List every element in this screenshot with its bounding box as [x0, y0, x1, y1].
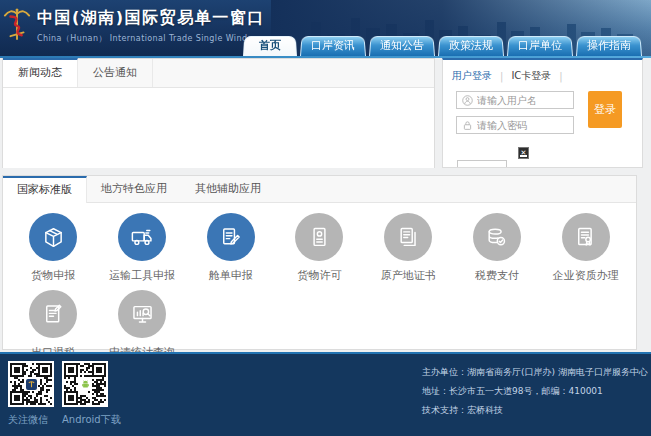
main-nav: 首页 口岸资讯 通知公告 政策法规 口岸单位 操作指南 [243, 35, 642, 56]
username-field-wrap [456, 91, 574, 109]
license-icon [306, 224, 333, 251]
app-circle [473, 213, 521, 261]
login-button[interactable]: 登录 [588, 91, 622, 128]
footer-tech-support-line: 技术支持：宏桥科技 [422, 401, 648, 420]
nav-tab-policies[interactable]: 政策法规 [438, 35, 504, 56]
nav-tab-label: 政策法规 [449, 39, 493, 52]
login-tab-divider: | [559, 71, 562, 82]
app-circle [118, 290, 166, 338]
nav-tab-guide[interactable]: 操作指南 [576, 35, 642, 56]
footer-info: 主办单位：湖南省商务厅(口岸办) 湖南电子口岸服务中心 地址：长沙市五一大道98… [422, 363, 648, 420]
android-qr-code [62, 361, 108, 407]
app-circle [384, 213, 432, 261]
tab-announcements[interactable]: 公告通知 [78, 59, 153, 87]
export-rebate-icon [40, 301, 67, 328]
app-cargo-declaration[interactable]: 货物申报 [9, 210, 98, 287]
app-enterprise-qualification[interactable]: 企业资质办理 [541, 210, 630, 287]
app-origin-certificate[interactable]: 原产地证书 [364, 210, 453, 287]
page-subtitle: China（Hunan） International Trade Single … [37, 33, 265, 44]
tab-ic-card-login[interactable]: IC卡登录 [511, 69, 551, 83]
app-label: 原产地证书 [381, 268, 436, 283]
android-robot-icon [80, 379, 91, 390]
origin-certificate-icon [395, 224, 422, 251]
app-transport-declaration[interactable]: 运输工具申报 [98, 210, 187, 287]
tab-news-updates[interactable]: 新闻动态 [3, 58, 78, 87]
app-tax-payment[interactable]: 税费支付 [453, 210, 542, 287]
news-tabs: 新闻动态 公告通知 [3, 58, 434, 88]
app-label: 舱单申报 [209, 268, 253, 283]
nav-tab-label: 口岸单位 [518, 39, 562, 52]
app-label: 税费支付 [475, 268, 519, 283]
app-circle [118, 213, 166, 261]
user-icon [462, 95, 473, 106]
news-content-empty [3, 88, 434, 168]
app-label: 运输工具申报 [109, 268, 175, 283]
app-circle [562, 213, 610, 261]
nav-tab-label: 口岸资讯 [311, 39, 355, 52]
manifest-icon [217, 224, 244, 251]
login-panel: 用户登录 | IC卡登录 | [442, 58, 643, 168]
top-row: 新闻动态 公告通知 用户登录 | IC卡登录 | [2, 58, 643, 168]
password-input[interactable] [477, 120, 568, 131]
nav-tab-home[interactable]: 首页 [243, 35, 297, 56]
username-input[interactable] [477, 95, 568, 106]
statistics-query-icon [129, 301, 156, 328]
footer: 关注微信 Android下载 主办单位：湖南省商务厅(口岸办) 湖南电子口岸服务… [0, 352, 651, 436]
app-circle [29, 290, 77, 338]
login-form: 登录 [456, 91, 642, 134]
broken-image-icon: ✕ [518, 147, 529, 159]
app-cargo-license[interactable]: 货物许可 [275, 210, 364, 287]
footer-organizer-line: 主办单位：湖南省商务厅(口岸办) 湖南电子口岸服务中心 [422, 363, 648, 382]
tab-national-standard[interactable]: 国家标准版 [3, 176, 87, 203]
app-circle [29, 213, 77, 261]
captcha-input-partial[interactable] [457, 160, 507, 168]
nav-tab-label: 操作指南 [587, 39, 631, 52]
app-label: 企业资质办理 [553, 268, 619, 283]
single-window-portal: 中国(湖南)国际贸易单一窗口 China（Hunan） Internationa… [0, 0, 651, 436]
tab-local-features[interactable]: 地方特色应用 [87, 176, 181, 202]
nav-tab-label: 通知公告 [380, 39, 424, 52]
tab-other-auxiliary[interactable]: 其他辅助应用 [181, 176, 275, 202]
apps-grid: 货物申报 运输工具申报 舱单申报 [3, 203, 636, 364]
apps-tabs: 国家标准版 地方特色应用 其他辅助应用 [3, 176, 636, 203]
truck-icon [129, 224, 156, 251]
wechat-emblem-icon [26, 379, 37, 390]
news-panel: 新闻动态 公告通知 [2, 58, 435, 168]
nav-tab-port-units[interactable]: 口岸单位 [507, 35, 573, 56]
brand-titles: 中国(湖南)国际贸易单一窗口 China（Hunan） Internationa… [37, 4, 265, 44]
footer-address-line: 地址：长沙市五一大道98号，邮编：410001 [422, 382, 648, 401]
tab-user-login[interactable]: 用户登录 [452, 69, 492, 83]
android-qr-item: Android下载 [62, 361, 121, 427]
nav-tab-port-news[interactable]: 口岸资讯 [300, 35, 366, 56]
tax-payment-icon [483, 224, 510, 251]
android-qr-label: Android下载 [62, 413, 121, 427]
wechat-qr-item: 关注微信 [8, 361, 54, 427]
lock-icon [462, 120, 473, 131]
app-manifest-declaration[interactable]: 舱单申报 [186, 210, 275, 287]
app-circle [295, 213, 343, 261]
qr-group: 关注微信 Android下载 [8, 361, 121, 427]
wechat-qr-code [8, 361, 54, 407]
password-field-wrap [456, 116, 574, 134]
nav-tab-label: 首页 [259, 39, 281, 52]
customs-emblem-icon [2, 4, 32, 44]
app-label: 货物申报 [31, 268, 75, 283]
login-tab-divider: | [500, 71, 503, 82]
app-label: 货物许可 [297, 268, 341, 283]
package-icon [40, 224, 67, 251]
app-circle [207, 213, 255, 261]
apps-panel: 国家标准版 地方特色应用 其他辅助应用 货物申报 运输工具申报 [2, 175, 637, 350]
nav-tab-notices[interactable]: 通知公告 [369, 35, 435, 56]
login-tabs: 用户登录 | IC卡登录 | [452, 69, 642, 83]
wechat-qr-label: 关注微信 [8, 413, 48, 427]
page-title: 中国(湖南)国际贸易单一窗口 [37, 8, 265, 29]
brand: 中国(湖南)国际贸易单一窗口 China（Hunan） Internationa… [2, 4, 265, 44]
header: 中国(湖南)国际贸易单一窗口 China（Hunan） Internationa… [0, 0, 651, 56]
enterprise-qualification-icon [572, 224, 599, 251]
